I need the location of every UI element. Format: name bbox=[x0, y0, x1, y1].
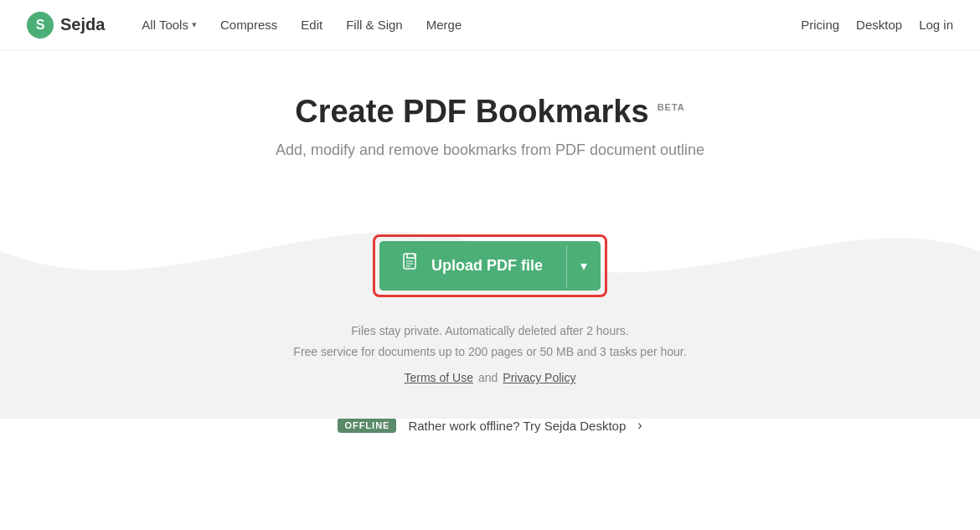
privacy-policy-link[interactable]: Privacy Policy bbox=[503, 371, 575, 384]
logo-icon: S bbox=[27, 12, 54, 39]
nav-item-fill-sign[interactable]: Fill & Sign bbox=[336, 11, 413, 39]
nav-left: All Tools ▾ Compress Edit Fill & Sign Me… bbox=[132, 11, 801, 39]
nav-desktop[interactable]: Desktop bbox=[856, 18, 902, 32]
nav-label-edit: Edit bbox=[301, 18, 322, 32]
wave-section: Upload PDF file ▾ Files stay private. Au… bbox=[0, 184, 980, 384]
nav-label-all-tools: All Tools bbox=[142, 18, 188, 32]
info-text: Files stay private. Automatically delete… bbox=[293, 321, 686, 363]
offline-text: Rather work offline? Try Sejda Desktop bbox=[408, 419, 626, 433]
pdf-icon-svg bbox=[403, 253, 421, 275]
links-row: Terms of Use and Privacy Policy bbox=[405, 371, 576, 384]
beta-badge: BETA bbox=[658, 102, 685, 112]
upload-button[interactable]: Upload PDF file ▾ bbox=[379, 241, 601, 291]
nav-right: Pricing Desktop Log in bbox=[801, 18, 953, 32]
chevron-down-icon: ▾ bbox=[192, 19, 197, 30]
page-subtitle: Add, modify and remove bookmarks from PD… bbox=[276, 142, 704, 159]
offline-banner[interactable]: OFFLINE Rather work offline? Try Sejda D… bbox=[338, 418, 642, 433]
upload-area: Upload PDF file ▾ Files stay private. Au… bbox=[293, 184, 686, 384]
upload-button-label: Upload PDF file bbox=[431, 257, 543, 275]
dropdown-arrow-icon: ▾ bbox=[580, 258, 587, 274]
terms-of-use-link[interactable]: Terms of Use bbox=[405, 371, 473, 384]
logo[interactable]: S Sejda bbox=[27, 12, 105, 39]
pdf-file-icon bbox=[403, 253, 421, 279]
nav-login[interactable]: Log in bbox=[919, 18, 953, 32]
nav-label-merge: Merge bbox=[426, 18, 462, 32]
title-area: Create PDF Bookmarks BETA bbox=[295, 94, 685, 130]
and-text: and bbox=[478, 371, 498, 384]
navbar: S Sejda All Tools ▾ Compress Edit Fill &… bbox=[0, 0, 980, 50]
nav-label-compress: Compress bbox=[220, 18, 277, 32]
nav-item-edit[interactable]: Edit bbox=[291, 11, 333, 39]
chevron-right-icon: › bbox=[637, 418, 642, 433]
offline-badge: OFFLINE bbox=[338, 418, 396, 433]
nav-pricing[interactable]: Pricing bbox=[801, 18, 839, 32]
upload-dropdown-button[interactable]: ▾ bbox=[567, 245, 601, 287]
nav-label-fill-sign: Fill & Sign bbox=[346, 18, 403, 32]
page-title: Create PDF Bookmarks bbox=[295, 94, 648, 130]
nav-item-all-tools[interactable]: All Tools ▾ bbox=[132, 11, 207, 39]
nav-item-compress[interactable]: Compress bbox=[210, 11, 287, 39]
nav-item-merge[interactable]: Merge bbox=[416, 11, 472, 39]
main-content: Create PDF Bookmarks BETA Add, modify an… bbox=[0, 50, 980, 458]
upload-main-button[interactable]: Upload PDF file bbox=[379, 241, 566, 291]
logo-text: Sejda bbox=[60, 15, 105, 34]
upload-button-wrapper: Upload PDF file ▾ bbox=[373, 234, 607, 297]
